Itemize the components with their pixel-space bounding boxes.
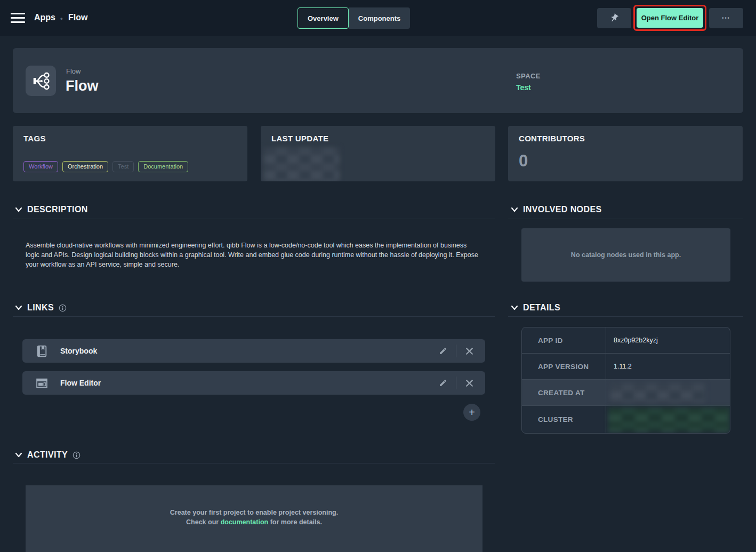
details-table: APP ID 8xz0p92b2kyzj APP VERSION 1.11.2 … <box>521 327 730 434</box>
links-section-header: LINKS <box>15 302 67 314</box>
tag-chip-orchestration[interactable]: Orchestration <box>62 161 108 172</box>
link-row-flow-editor[interactable]: Flow Editor <box>22 371 485 395</box>
ellipsis-icon: ••• <box>722 15 730 21</box>
description-title: DESCRIPTION <box>27 205 88 214</box>
row-label: CREATED AT <box>522 389 606 397</box>
app-header-card: Flow Flow SPACE Test <box>13 48 743 113</box>
contributors-card: CONTRIBUTORS 0 <box>508 126 743 181</box>
hamburger-menu-icon[interactable] <box>11 13 25 23</box>
links-title: LINKS <box>27 303 54 313</box>
app-title: Flow <box>66 78 99 94</box>
documentation-link[interactable]: documentation <box>221 518 269 526</box>
tag-chip-row: Workflow Orchestration Test Documentatio… <box>23 161 188 172</box>
pin-button[interactable] <box>597 8 631 28</box>
contributors-title: CONTRIBUTORS <box>519 134 585 143</box>
tag-chip-test[interactable]: Test <box>112 161 134 172</box>
row-value <box>606 406 730 433</box>
edit-link-icon[interactable] <box>437 377 449 389</box>
last-update-card: LAST UPDATE <box>261 126 495 181</box>
contributors-count: 0 <box>519 151 528 171</box>
breadcrumb-separator: • <box>60 14 63 22</box>
app-type-label: Flow <box>66 67 81 75</box>
divider <box>456 377 456 389</box>
description-text: Assemble cloud-native workflows with min… <box>26 241 482 269</box>
remove-link-icon[interactable] <box>463 345 476 357</box>
last-update-redacted-value <box>264 147 340 181</box>
chevron-down-icon[interactable] <box>15 305 22 311</box>
tag-chip-workflow[interactable]: Workflow <box>23 161 58 172</box>
divider <box>456 345 456 357</box>
row-value: 1.11.2 <box>606 354 730 379</box>
involved-nodes-empty-card: No catalog nodes used in this app. <box>521 228 730 282</box>
row-label: APP ID <box>522 337 606 345</box>
table-row-app-id: APP ID 8xz0p92b2kyzj <box>522 327 730 354</box>
details-section-header: DETAILS <box>511 302 560 314</box>
more-options-button[interactable]: ••• <box>709 8 743 28</box>
edit-link-icon[interactable] <box>437 345 449 357</box>
tags-card: TAGS Workflow Orchestration Test Documen… <box>13 126 247 181</box>
involved-nodes-empty-message: No catalog nodes used in this app. <box>571 251 681 259</box>
row-label: APP VERSION <box>522 363 606 371</box>
description-section-header: DESCRIPTION <box>15 204 88 215</box>
tab-components[interactable]: Components <box>349 7 410 29</box>
table-row-cluster: CLUSTER <box>522 406 730 433</box>
chevron-down-icon[interactable] <box>15 452 22 458</box>
activity-message-line2: Check our documentation for more details… <box>186 518 322 526</box>
window-icon <box>35 377 49 390</box>
last-update-title: LAST UPDATE <box>271 134 328 143</box>
row-value: 8xz0p92b2kyzj <box>606 327 730 353</box>
chevron-down-icon[interactable] <box>15 206 22 213</box>
activity-section-header: ACTIVITY <box>15 449 81 461</box>
row-value <box>606 380 730 405</box>
remove-link-icon[interactable] <box>463 377 476 389</box>
involved-nodes-section-header: INVOLVED NODES <box>511 204 602 215</box>
qibb-app-overview-page: Apps • Flow Overview Components Open Flo… <box>0 0 756 552</box>
involved-nodes-title: INVOLVED NODES <box>523 205 602 214</box>
activity-empty-card: Create your first project to enable proj… <box>26 485 482 552</box>
info-icon[interactable] <box>59 304 67 312</box>
flow-app-icon <box>26 66 56 96</box>
link-label: Storybook <box>60 347 97 355</box>
table-row-app-version: APP VERSION 1.11.2 <box>522 354 730 380</box>
chevron-down-icon[interactable] <box>511 305 518 311</box>
annotation-highlight-box: Open Flow Editor <box>633 5 706 31</box>
info-icon[interactable] <box>73 451 81 459</box>
table-row-created-at: CREATED AT <box>522 380 730 406</box>
pushpin-icon <box>607 11 621 25</box>
details-title: DETAILS <box>523 303 560 313</box>
activity-message-line1: Create your first project to enable proj… <box>170 509 338 516</box>
space-link[interactable]: Test <box>516 83 541 92</box>
row-label: CLUSTER <box>522 415 606 423</box>
open-flow-editor-button[interactable]: Open Flow Editor <box>637 8 703 28</box>
link-row-storybook[interactable]: Storybook <box>22 339 485 363</box>
breadcrumb-current: Flow <box>68 13 87 22</box>
cluster-redacted-value <box>608 407 730 432</box>
activity-title: ACTIVITY <box>27 450 68 460</box>
book-icon <box>35 345 49 358</box>
breadcrumb-apps[interactable]: Apps <box>34 13 55 22</box>
add-link-button[interactable]: + <box>463 404 480 421</box>
tags-card-title: TAGS <box>23 134 46 143</box>
link-label: Flow Editor <box>60 379 101 387</box>
tag-chip-documentation[interactable]: Documentation <box>138 161 188 172</box>
tab-overview[interactable]: Overview <box>297 7 349 29</box>
space-label: SPACE <box>516 72 541 80</box>
chevron-down-icon[interactable] <box>511 206 518 213</box>
view-tabs: Overview Components <box>297 7 410 29</box>
topbar: Apps • Flow Overview Components Open Flo… <box>0 0 756 36</box>
created-at-redacted-value <box>610 383 705 403</box>
